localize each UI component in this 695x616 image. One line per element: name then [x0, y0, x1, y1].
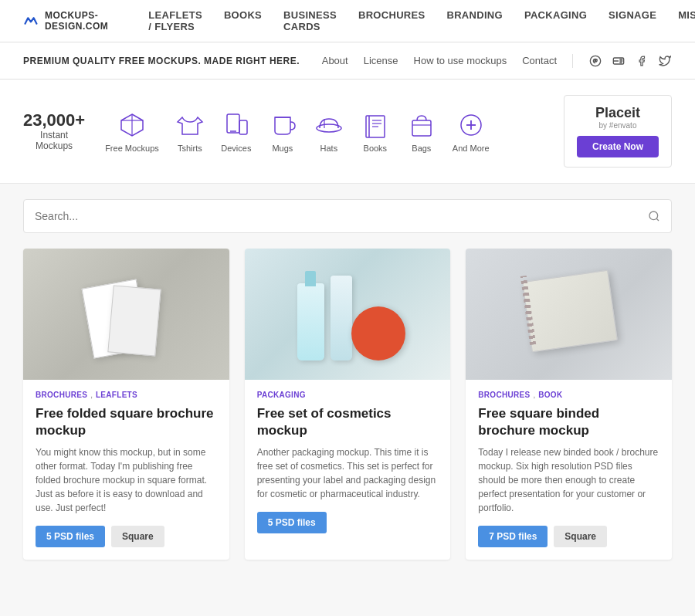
nav-business-cards[interactable]: BUSINESS CARDS — [283, 9, 337, 32]
brochure-mockup — [80, 276, 172, 353]
cards-grid: BROCHURES , LEAFLETS Free folded square … — [0, 249, 695, 583]
card-1-primary-btn[interactable]: 5 PSD files — [36, 526, 105, 547]
main-nav: LEAFLETS / FLYERS BOOKS BUSINESS CARDS B… — [148, 9, 695, 32]
placeit-create-button[interactable]: Create Now — [577, 136, 659, 157]
social-behance-icon[interactable] — [612, 54, 626, 68]
banner: 23,000+ Instant Mockups Free Mockups Tsh… — [0, 80, 695, 184]
banner-sub2: Mockups — [36, 140, 73, 151]
card-2-actions: 5 PSD files — [257, 512, 439, 533]
banner-sub1: Instant — [40, 130, 68, 140]
nav-leaflets[interactable]: LEAFLETS / FLYERS — [148, 9, 202, 32]
nav-books[interactable]: BOOKS — [224, 9, 262, 32]
card-3-tag-1: BROCHURES — [478, 391, 530, 399]
circle-mockup — [351, 306, 405, 360]
social-facebook-icon[interactable] — [635, 54, 649, 68]
card-3-tag-2: BOOK — [538, 391, 562, 399]
card-1-secondary-btn[interactable]: Square — [111, 526, 164, 547]
card-1-desc: You might know this mockup, but in some … — [36, 445, 217, 515]
search-input[interactable] — [35, 210, 648, 222]
social-icons — [572, 54, 672, 68]
banner-item-devices[interactable]: Devices — [221, 110, 252, 153]
nav-about[interactable]: About — [322, 55, 348, 66]
card-1-title: Free folded square brochure mockup — [36, 405, 217, 439]
banner-item-label: Hats — [320, 144, 338, 153]
banner-item-label: Books — [364, 144, 388, 153]
nav-branding[interactable]: BRANDING — [446, 9, 502, 32]
secondary-nav: About License How to use mockups Contact — [322, 55, 557, 66]
nav-misc[interactable]: MISC — [678, 9, 695, 32]
nav-contact[interactable]: Contact — [522, 55, 557, 66]
book-icon — [360, 110, 391, 140]
logo-text: MOCKUPS-DESIGN.COM — [45, 10, 117, 32]
banner-item-label: Free Mockups — [105, 144, 159, 153]
card-1-tag-1: BROCHURES — [36, 391, 87, 399]
plus-circle-icon — [456, 110, 486, 140]
card-3-actions: 7 PSD files Square — [478, 526, 659, 547]
nav-brochures[interactable]: BROCHURES — [358, 9, 425, 32]
card-1: BROCHURES , LEAFLETS Free folded square … — [23, 249, 229, 560]
tagline: PREMIUM QUALITY FREE MOCKUPS. MADE RIGHT… — [23, 56, 322, 66]
card-3: BROCHURES , BOOK Free square binded broc… — [466, 249, 672, 560]
mug-icon — [267, 110, 298, 140]
placeit-brand: Placeit by #envato — [595, 105, 640, 130]
svg-point-21 — [649, 212, 658, 220]
hat-icon — [314, 110, 344, 140]
nav-how-to[interactable]: How to use mockups — [414, 55, 507, 66]
banner-item-label: And More — [453, 144, 490, 153]
card-3-primary-btn[interactable]: 7 PSD files — [478, 526, 548, 547]
header-secondary: PREMIUM QUALITY FREE MOCKUPS. MADE RIGHT… — [0, 42, 695, 80]
banner-item-bags[interactable]: Bags — [406, 110, 437, 153]
banner-item-more[interactable]: And More — [453, 110, 490, 153]
card-1-body: BROCHURES , LEAFLETS Free folded square … — [23, 380, 229, 560]
card-2: PACKAGING Free set of cosmetics mockup A… — [245, 249, 451, 560]
social-pinterest-icon[interactable] — [588, 54, 602, 68]
logo[interactable]: MOCKUPS-DESIGN.COM — [23, 10, 117, 32]
banner-item-label: Devices — [221, 144, 251, 153]
nav-license[interactable]: License — [364, 55, 398, 66]
bottle-mockup — [297, 283, 324, 360]
cosmetics-mockup — [297, 268, 398, 360]
banner-count-area: 23,000+ Instant Mockups — [23, 111, 85, 151]
svg-rect-6 — [239, 120, 247, 134]
pump-mockup — [331, 276, 352, 360]
placeit-box: Placeit by #envato Create Now — [564, 95, 672, 168]
search-section — [0, 184, 695, 249]
banner-item-tshirts[interactable]: Tshirts — [175, 110, 205, 153]
card-2-image — [245, 249, 451, 380]
card-3-secondary-btn[interactable]: Square — [554, 526, 607, 547]
card-1-actions: 5 PSD files Square — [36, 526, 217, 547]
card-2-primary-btn[interactable]: 5 PSD files — [257, 512, 327, 533]
shirt-icon — [175, 110, 205, 140]
card-3-body: BROCHURES , BOOK Free square binded broc… — [466, 380, 672, 560]
bag-icon — [406, 110, 437, 140]
banner-item-free-mockups[interactable]: Free Mockups — [105, 110, 159, 153]
search-bar — [23, 199, 672, 233]
notebook-mockup — [519, 272, 619, 357]
card-3-image — [466, 249, 672, 380]
card-2-desc: Another packaging mockup. This time it i… — [257, 445, 439, 501]
card-1-image — [23, 249, 229, 380]
card-3-title: Free square binded brochure mockup — [478, 405, 659, 439]
banner-item-mugs[interactable]: Mugs — [267, 110, 298, 153]
banner-item-books[interactable]: Books — [360, 110, 391, 153]
banner-item-label: Tshirts — [178, 144, 202, 153]
banner-category-items: Free Mockups Tshirts Devices Mugs — [105, 110, 551, 153]
card-3-tags: BROCHURES , BOOK — [478, 391, 659, 399]
device-icon — [221, 110, 252, 140]
card-1-tags: BROCHURES , LEAFLETS — [36, 391, 217, 399]
banner-count: 23,000+ — [23, 111, 85, 130]
nav-signage[interactable]: SIGNAGE — [609, 9, 656, 32]
box-3d-icon — [117, 110, 147, 140]
card-1-tag-2: LEAFLETS — [96, 391, 137, 399]
card-3-desc: Today I release new binded book / brochu… — [478, 445, 659, 515]
banner-item-label: Mugs — [272, 144, 293, 153]
banner-item-hats[interactable]: Hats — [314, 110, 344, 153]
social-twitter-icon[interactable] — [658, 54, 672, 68]
header-top: MOCKUPS-DESIGN.COM LEAFLETS / FLYERS BOO… — [0, 0, 695, 42]
nav-packaging[interactable]: PACKAGING — [524, 9, 587, 32]
card-2-tag-1: PACKAGING — [257, 391, 306, 399]
svg-rect-16 — [412, 120, 431, 136]
search-button[interactable] — [648, 210, 660, 222]
banner-item-label: Bags — [412, 144, 431, 153]
card-2-tags: PACKAGING — [257, 391, 439, 399]
